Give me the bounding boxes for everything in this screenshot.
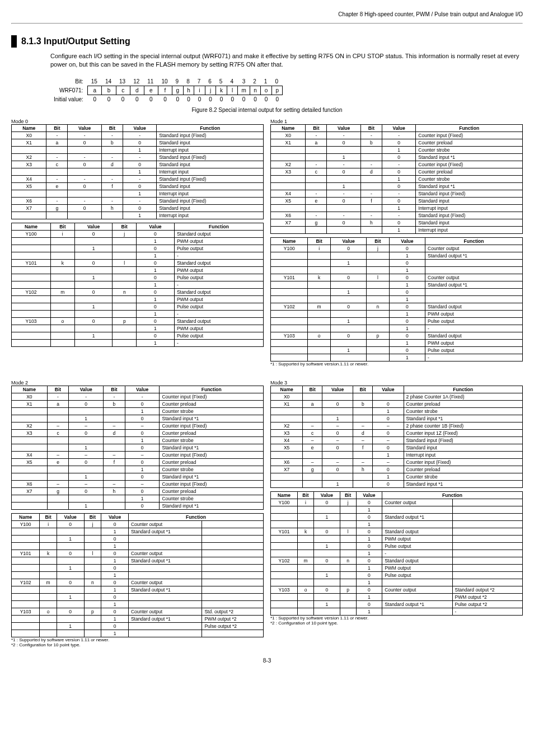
bit-label: Bit: xyxy=(50,77,88,86)
footnote-m3a: *1 : Supported by software version 1.11 … xyxy=(270,616,523,621)
table-m3b: NameBitValueBitValueFunctionY100i0j0Coun… xyxy=(270,491,523,616)
section-intro: Configure each I/O setting in the specia… xyxy=(50,52,523,69)
mode3-label: Mode 3 xyxy=(270,380,523,386)
table-m0b: NameBitValueBitValueFunctionY100i0j0Stan… xyxy=(11,223,264,347)
mode2-label: Mode 2 xyxy=(11,380,264,386)
table-m3a: NameBitValueBitValueFunctionX02 phase Co… xyxy=(270,386,523,488)
rule xyxy=(11,23,523,24)
chapter-header: Chapter 8 High-speed counter, PWM / Puls… xyxy=(338,11,523,17)
figure-caption: Figure 8.2 Special internal output for s… xyxy=(11,107,523,113)
iv-label: Initial value: xyxy=(50,95,88,104)
section-bar xyxy=(11,35,17,48)
footnote-m2b: *2 : Configuration for 10 point type. xyxy=(11,642,264,647)
table-m1a: NameBitValueBitValueFunctionX0----Counte… xyxy=(270,124,523,234)
footnote-m2a: *1 : Supported by software version 1.11 … xyxy=(11,637,264,642)
bit-row-iv: Initial value: 0000000000000000 xyxy=(50,95,283,104)
section-title: 8.1.3 Input/Output Setting xyxy=(21,36,130,46)
footnote-m3b: *2 : Configuration of 10 point type. xyxy=(270,621,523,626)
table-m1b: NameBitValueBitValueFunctionY100i0j0Coun… xyxy=(270,237,523,361)
wr-label: WRF071: xyxy=(50,86,88,95)
bit-row-nums: Bit: 1514131211109876543210 xyxy=(50,77,283,86)
table-m2a: NameBitValueBitValueFunctionX0----Counte… xyxy=(11,386,264,510)
table-m0a: NameBitValueBitValueFunctionX0----Standa… xyxy=(11,124,264,219)
mode0-label: Mode 0 xyxy=(11,119,264,124)
footnote-m1: *1 : Supported by software version.1.11 … xyxy=(270,361,523,367)
table-m2b: NameBitValueBitValueFunctionY100i0j0Coun… xyxy=(11,513,264,637)
mode1-label: Mode 1 xyxy=(270,119,523,124)
page-number: 8-3 xyxy=(11,658,523,664)
bit-table: Bit: 1514131211109876543210 WRF071: abcd… xyxy=(50,77,283,104)
bit-row-wr: WRF071: abcdefghijklmnop xyxy=(50,86,283,95)
